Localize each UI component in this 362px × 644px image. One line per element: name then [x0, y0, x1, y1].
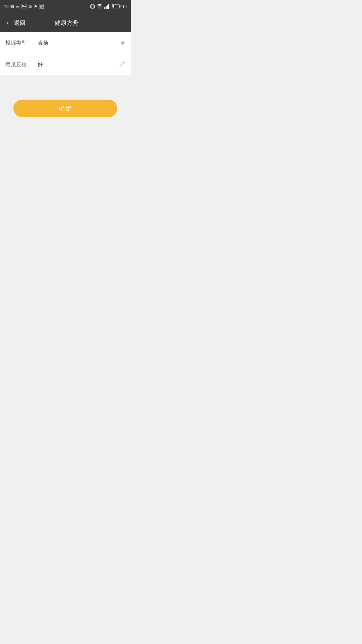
time-display: 19:06: [4, 4, 14, 9]
email-icon: ✉: [28, 4, 32, 9]
svg-rect-17: [110, 4, 110, 9]
battery-icon: [112, 4, 121, 9]
confirm-button[interactable]: 确定: [13, 100, 117, 117]
svg-rect-20: [112, 5, 114, 8]
feedback-label: 意见反馈: [5, 61, 32, 68]
back-arrow-icon: ←: [5, 18, 13, 27]
status-right: 19: [90, 4, 127, 10]
back-button[interactable]: ← 返回: [5, 18, 25, 27]
svg-rect-14: [106, 6, 107, 9]
vibrate-icon: [90, 4, 95, 10]
feedback-row[interactable]: 意见反馈 好: [0, 54, 131, 75]
svg-rect-6: [91, 4, 94, 8]
svg-rect-0: [21, 4, 26, 8]
document-icon: [40, 4, 44, 10]
complaint-type-label: 投诉类型: [5, 40, 32, 47]
signal-icon: [104, 4, 110, 10]
pencil-icon[interactable]: [119, 61, 125, 69]
status-left: 19:06 ∞ ✉ ⚑: [4, 4, 44, 10]
image-icon: [21, 4, 26, 9]
gray-spacer: [0, 75, 131, 84]
complaint-type-value: 表扬: [32, 40, 120, 47]
battery-level: 19: [122, 4, 127, 9]
form-section: 投诉类型 表扬 意见反馈 好: [0, 32, 131, 75]
svg-rect-19: [119, 5, 120, 7]
status-bar: 19:06 ∞ ✉ ⚑: [0, 0, 131, 13]
svg-rect-16: [108, 4, 109, 9]
svg-line-21: [123, 62, 124, 63]
nav-bar: ← 返回 健康方舟: [0, 13, 131, 32]
flag-icon: ⚑: [34, 4, 38, 9]
chevron-down-icon[interactable]: [120, 40, 125, 47]
svg-rect-15: [107, 5, 108, 9]
svg-rect-13: [104, 7, 105, 9]
remaining-area: [0, 128, 131, 329]
complaint-type-row[interactable]: 投诉类型 表扬: [0, 32, 131, 54]
confirm-button-wrapper: 确定: [0, 84, 131, 128]
wifi-icon: [97, 4, 103, 10]
feedback-value: 好: [32, 61, 119, 68]
infinity-icon: ∞: [16, 4, 19, 9]
page-title: 健康方舟: [28, 19, 125, 27]
back-label: 返回: [14, 19, 25, 27]
